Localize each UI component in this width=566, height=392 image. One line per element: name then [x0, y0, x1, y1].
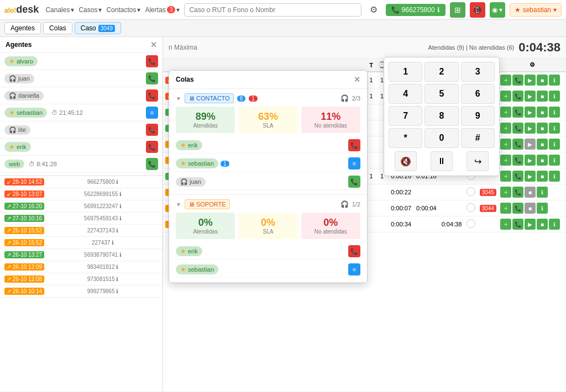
call-btn[interactable]: 📞 [512, 203, 523, 214]
cola-collapse-icon[interactable]: ▼ [176, 202, 181, 208]
add-btn[interactable]: + [500, 107, 511, 118]
call-btn[interactable]: 📞 [512, 187, 523, 198]
colas-close-btn[interactable]: ✕ [354, 75, 360, 84]
stat-atendidas: 89% Atendidas [176, 107, 235, 133]
status-btn[interactable]: ◉ ▾ [490, 2, 505, 18]
row-check[interactable] [464, 216, 478, 232]
add-btn[interactable]: + [500, 155, 511, 166]
phone-number-btn[interactable]: 📞 966275800 ℹ [386, 4, 446, 16]
agentes-panel: Agentes ✕ ★ alvaro 📞 🎧 juan 📞 🎧 daniella… [0, 37, 163, 391]
dialer-key-hash[interactable]: # [461, 128, 495, 148]
tab-colas[interactable]: Colas [43, 22, 72, 34]
nav-canales[interactable]: Canales ▾ [45, 6, 74, 14]
agent-call-btn[interactable]: 📞 [146, 55, 158, 67]
add-btn[interactable]: + [500, 139, 511, 150]
row-check[interactable] [464, 184, 478, 200]
dialer-key-3[interactable]: 3 [461, 62, 495, 82]
cola-collapse-icon[interactable]: ▼ [176, 96, 181, 102]
search-input[interactable] [184, 3, 361, 17]
info-btn[interactable]: ℹ [549, 107, 560, 118]
add-btn[interactable]: + [500, 75, 511, 86]
call-btn[interactable]: 📞 [512, 123, 523, 134]
stop-btn[interactable]: ■ [537, 75, 548, 86]
nav-contactos[interactable]: Contactos ▾ [106, 6, 140, 14]
play-btn[interactable]: ▶ [525, 107, 536, 118]
dialer-popup: 1 2 3 4 5 6 7 8 9 * 0 # 🔇 ⏸ ↪ [384, 57, 500, 176]
play-btn[interactable]: ▶ [525, 139, 536, 150]
play-btn[interactable]: ▶ [525, 123, 536, 134]
add-btn[interactable]: + [500, 123, 511, 134]
play-btn[interactable]: ▶ [525, 91, 536, 102]
stop-btn[interactable]: ■ [537, 219, 548, 230]
grid-menu-btn[interactable]: ⊞ [450, 2, 465, 18]
info-btn[interactable]: ℹ [549, 139, 560, 150]
add-btn[interactable]: + [500, 203, 511, 214]
dialer-key-8[interactable]: 8 [424, 106, 458, 126]
call-btn[interactable]: 📞 [512, 107, 523, 118]
dialer-key-2[interactable]: 2 [424, 62, 458, 82]
stop-btn[interactable]: ■ [537, 155, 548, 166]
call-btn[interactable]: 📞 [512, 155, 523, 166]
stop-btn[interactable]: ■ [537, 139, 548, 150]
dialer-key-5[interactable]: 5 [424, 84, 458, 104]
info-btn[interactable]: ℹ [549, 123, 560, 134]
cola-agent-action-btn[interactable]: ≡ [348, 157, 360, 169]
add-btn[interactable]: + [500, 171, 511, 182]
agent-tag: web [4, 160, 24, 168]
play-btn[interactable]: ▶ [525, 219, 536, 230]
agent-call-btn[interactable]: 📞 [146, 89, 158, 102]
dialer-mute-btn[interactable]: 🔇 [395, 151, 417, 171]
info-btn[interactable]: ℹ [549, 155, 560, 166]
row-check[interactable] [464, 200, 478, 216]
call-btn[interactable]: 📞 [512, 75, 523, 86]
agentes-close-btn[interactable]: ✕ [150, 40, 157, 49]
stop-btn[interactable]: ■ [537, 171, 548, 182]
dialer-key-0[interactable]: 0 [424, 128, 458, 148]
info-btn[interactable]: ℹ [549, 219, 560, 230]
add-btn[interactable]: + [500, 219, 511, 230]
call-btn[interactable]: 📞 [512, 219, 523, 230]
info-btn[interactable]: ℹ [537, 187, 548, 198]
dialer-pause-btn[interactable]: ⏸ [431, 151, 453, 171]
stop-btn[interactable]: ■ [525, 203, 536, 214]
info-btn[interactable]: ℹ [549, 91, 560, 102]
agent-call-btn[interactable]: 📞 [146, 124, 158, 136]
call-btn[interactable]: 📞 [512, 139, 523, 150]
info-btn[interactable]: ℹ [549, 75, 560, 86]
dialer-key-star[interactable]: * [389, 128, 422, 148]
dialer-key-1[interactable]: 1 [389, 62, 422, 82]
cola-agent-call-btn[interactable]: 📞 [348, 245, 360, 257]
info-btn[interactable]: ℹ [537, 203, 548, 214]
cola-agent-call-btn[interactable]: 📞 [348, 176, 360, 188]
dialer-key-7[interactable]: 7 [389, 106, 422, 126]
nav-alertas[interactable]: Alertas 3 ▾ [145, 6, 180, 14]
play-btn[interactable]: ▶ [525, 155, 536, 166]
tab-agentes[interactable]: Agentes [4, 22, 41, 34]
stop-btn[interactable]: ■ [525, 187, 536, 198]
play-btn[interactable]: ▶ [525, 171, 536, 182]
agent-call-btn[interactable]: ≡ [146, 107, 158, 119]
stop-btn[interactable]: ■ [537, 107, 548, 118]
add-btn[interactable]: + [500, 91, 511, 102]
settings-icon-btn[interactable]: ⚙ [366, 2, 381, 18]
stop-btn[interactable]: ■ [537, 123, 548, 134]
info-btn[interactable]: ℹ [549, 171, 560, 182]
call-btn[interactable]: 📞 [512, 171, 523, 182]
user-btn[interactable]: ★ sebastian ▾ [510, 3, 562, 17]
dialer-transfer-btn[interactable]: ↪ [467, 151, 489, 171]
dialer-key-6[interactable]: 6 [461, 84, 495, 104]
play-btn[interactable]: ▶ [525, 75, 536, 86]
call-btn[interactable]: 📞 [512, 91, 523, 102]
cola-agent-call-btn[interactable]: 📞 [348, 139, 360, 151]
end-call-btn[interactable]: 📵 [470, 2, 485, 18]
stop-btn[interactable]: ■ [537, 91, 548, 102]
agent-call-btn[interactable]: 📞 [146, 158, 158, 170]
agent-call-btn[interactable]: 📞 [146, 72, 158, 84]
tab-caso[interactable]: Caso 3049 [75, 22, 121, 34]
nav-casos[interactable]: Casos ▾ [78, 6, 102, 14]
cola-agent-action-btn[interactable]: ≡ [348, 263, 360, 276]
agent-call-btn[interactable]: 📞 [146, 141, 158, 153]
dialer-key-4[interactable]: 4 [389, 84, 422, 104]
dialer-key-9[interactable]: 9 [461, 106, 495, 126]
add-btn[interactable]: + [500, 187, 511, 198]
